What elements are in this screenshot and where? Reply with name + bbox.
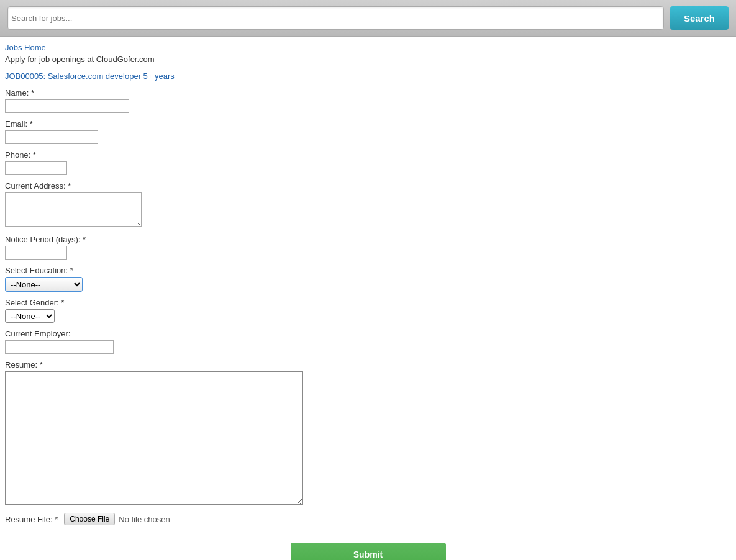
name-input[interactable] <box>5 99 129 113</box>
resume-file-label: Resume File: * <box>5 515 58 524</box>
submit-container: Submit <box>5 543 731 560</box>
resume-group: Resume: * <box>5 360 731 507</box>
employer-label: Current Employer: <box>5 329 731 338</box>
notice-input[interactable] <box>5 246 67 260</box>
email-group: Email: * <box>5 119 731 144</box>
choose-file-button[interactable]: Choose File <box>64 513 115 525</box>
notice-group: Notice Period (days): * <box>5 235 731 260</box>
education-label: Select Education: * <box>5 266 731 275</box>
jobs-home-link[interactable]: Jobs Home <box>5 43 46 52</box>
search-input[interactable] <box>7 6 664 30</box>
employer-input[interactable] <box>5 340 114 354</box>
search-header: Search <box>0 0 736 37</box>
phone-label: Phone: * <box>5 150 731 160</box>
phone-input[interactable] <box>5 161 67 175</box>
search-button[interactable]: Search <box>670 6 729 30</box>
gender-group: Select Gender: * --None-- Male Female Ot… <box>5 298 731 323</box>
resume-file-group: Resume File: * Choose File No file chose… <box>5 513 731 525</box>
job-title-link[interactable]: JOB00005: Salesforce.com developer 5+ ye… <box>5 71 175 81</box>
no-file-text: No file chosen <box>119 515 170 524</box>
page-subtitle: Apply for job openings at CloudGofer.com <box>5 55 731 64</box>
main-content: Jobs Home Apply for job openings at Clou… <box>0 37 736 560</box>
resume-textarea[interactable] <box>5 371 303 505</box>
submit-button[interactable]: Submit <box>291 543 446 560</box>
phone-group: Phone: * <box>5 150 731 175</box>
address-label: Current Address: * <box>5 181 731 191</box>
email-label: Email: * <box>5 119 731 129</box>
gender-label: Select Gender: * <box>5 298 731 307</box>
employer-group: Current Employer: <box>5 329 731 354</box>
name-label: Name: * <box>5 88 731 97</box>
notice-label: Notice Period (days): * <box>5 235 731 244</box>
address-group: Current Address: * <box>5 181 731 228</box>
application-form: Name: * Email: * Phone: * Current Addres… <box>5 88 731 560</box>
address-input[interactable] <box>5 192 142 227</box>
education-group: Select Education: * --None-- High School… <box>5 266 731 292</box>
name-group: Name: * <box>5 88 731 113</box>
gender-select[interactable]: --None-- Male Female Other <box>5 309 55 323</box>
education-select[interactable]: --None-- High School Associate Degree Ba… <box>5 277 83 292</box>
email-input[interactable] <box>5 130 98 144</box>
resume-label: Resume: * <box>5 360 731 369</box>
